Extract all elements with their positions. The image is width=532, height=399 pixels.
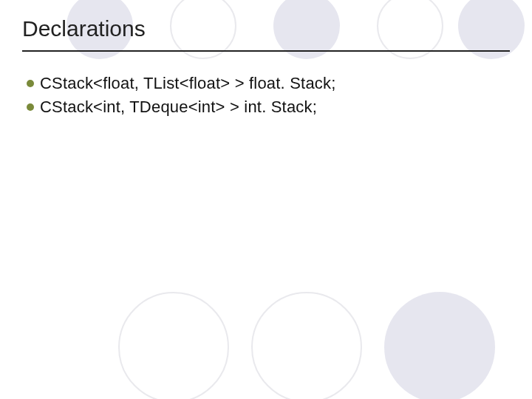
decorative-circle <box>251 292 362 399</box>
title-container: Declarations <box>22 16 510 52</box>
background-circles <box>0 0 532 399</box>
list-item-text: CStack<int, TDeque<int> > int. Stack; <box>40 98 317 117</box>
slide-title: Declarations <box>22 16 510 52</box>
decorative-circle <box>384 292 495 399</box>
bullet-icon <box>27 80 34 87</box>
bullet-icon <box>27 103 34 111</box>
list-item: CStack<int, TDeque<int> > int. Stack; <box>27 98 499 117</box>
list-item-text: CStack<float, TList<float> > float. Stac… <box>40 74 336 93</box>
list-item: CStack<float, TList<float> > float. Stac… <box>27 74 499 93</box>
decorative-circle <box>118 292 229 399</box>
content-area: CStack<float, TList<float> > float. Stac… <box>27 74 499 121</box>
